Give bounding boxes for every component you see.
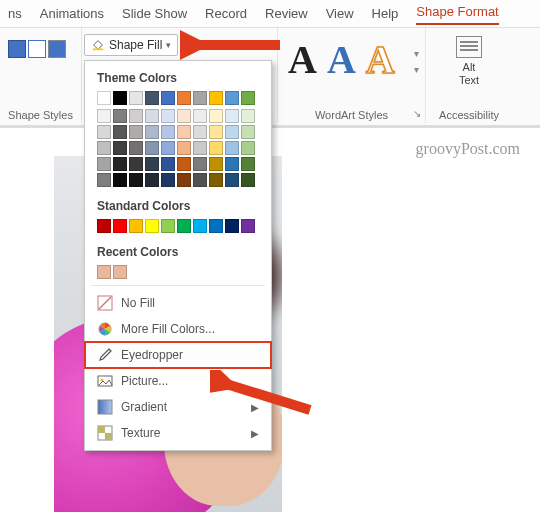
wordart-dialog-launcher-icon[interactable]: ↘ — [411, 108, 422, 119]
color-swatch[interactable] — [177, 125, 191, 139]
color-swatch[interactable] — [177, 219, 191, 233]
tab-truncated[interactable]: ns — [8, 6, 22, 25]
color-swatch[interactable] — [145, 219, 159, 233]
color-swatch[interactable] — [193, 125, 207, 139]
color-swatch[interactable] — [113, 109, 127, 123]
color-swatch[interactable] — [225, 157, 239, 171]
color-swatch[interactable] — [161, 141, 175, 155]
color-swatch[interactable] — [97, 157, 111, 171]
wordart-style-1[interactable]: A — [288, 40, 317, 80]
color-swatch[interactable] — [113, 265, 127, 279]
color-swatch[interactable] — [97, 109, 111, 123]
color-swatch[interactable] — [193, 157, 207, 171]
style-swatch[interactable] — [8, 40, 26, 58]
color-swatch[interactable] — [97, 173, 111, 187]
color-swatch[interactable] — [177, 91, 191, 105]
gradient-icon — [97, 399, 113, 415]
theme-colors-heading: Theme Colors — [85, 69, 271, 91]
tab-animations[interactable]: Animations — [40, 6, 104, 25]
color-swatch[interactable] — [241, 109, 255, 123]
color-swatch[interactable] — [129, 141, 143, 155]
tab-record[interactable]: Record — [205, 6, 247, 25]
tab-review[interactable]: Review — [265, 6, 308, 25]
color-swatch[interactable] — [145, 141, 159, 155]
color-swatch[interactable] — [241, 91, 255, 105]
wordart-style-3[interactable]: A — [366, 40, 395, 80]
color-swatch[interactable] — [241, 125, 255, 139]
tab-view[interactable]: View — [326, 6, 354, 25]
color-swatch[interactable] — [225, 173, 239, 187]
color-swatch[interactable] — [209, 219, 223, 233]
tab-help[interactable]: Help — [372, 6, 399, 25]
color-swatch[interactable] — [177, 173, 191, 187]
color-swatch[interactable] — [145, 173, 159, 187]
alt-text-button[interactable]: Alt Text — [444, 36, 494, 87]
color-swatch[interactable] — [225, 141, 239, 155]
color-swatch[interactable] — [225, 219, 239, 233]
color-swatch[interactable] — [241, 219, 255, 233]
no-fill-item[interactable]: No Fill — [85, 290, 271, 316]
tab-shape-format[interactable]: Shape Format — [416, 4, 498, 25]
color-swatch[interactable] — [113, 125, 127, 139]
color-swatch[interactable] — [113, 141, 127, 155]
color-swatch[interactable] — [177, 109, 191, 123]
more-fill-colors-item[interactable]: More Fill Colors... — [85, 316, 271, 342]
color-swatch[interactable] — [113, 219, 127, 233]
color-swatch[interactable] — [209, 173, 223, 187]
color-swatch[interactable] — [161, 157, 175, 171]
color-swatch[interactable] — [145, 91, 159, 105]
color-swatch[interactable] — [161, 91, 175, 105]
color-swatch[interactable] — [113, 157, 127, 171]
color-swatch[interactable] — [193, 141, 207, 155]
color-swatch[interactable] — [129, 125, 143, 139]
color-swatch[interactable] — [129, 109, 143, 123]
style-swatch[interactable] — [48, 40, 66, 58]
shape-fill-dropdown: Theme Colors Standard Colors Recent Colo… — [84, 60, 272, 451]
color-swatch[interactable] — [161, 125, 175, 139]
eyedropper-item[interactable]: Eyedropper — [85, 342, 271, 368]
color-swatch[interactable] — [177, 141, 191, 155]
color-swatch[interactable] — [161, 109, 175, 123]
color-swatch[interactable] — [209, 157, 223, 171]
style-swatch[interactable] — [28, 40, 46, 58]
color-swatch[interactable] — [97, 141, 111, 155]
color-swatch[interactable] — [241, 173, 255, 187]
color-swatch[interactable] — [145, 125, 159, 139]
color-swatch[interactable] — [193, 109, 207, 123]
color-swatch[interactable] — [209, 91, 223, 105]
color-swatch[interactable] — [193, 219, 207, 233]
color-swatch[interactable] — [193, 91, 207, 105]
standard-colors-heading: Standard Colors — [85, 197, 271, 219]
color-swatch[interactable] — [161, 219, 175, 233]
color-swatch[interactable] — [225, 91, 239, 105]
color-swatch[interactable] — [209, 141, 223, 155]
gradient-item[interactable]: Gradient ▶ — [85, 394, 271, 420]
picture-item[interactable]: Picture... — [85, 368, 271, 394]
color-swatch[interactable] — [225, 125, 239, 139]
color-swatch[interactable] — [209, 109, 223, 123]
color-swatch[interactable] — [145, 157, 159, 171]
color-swatch[interactable] — [129, 219, 143, 233]
color-swatch[interactable] — [97, 125, 111, 139]
color-swatch[interactable] — [241, 141, 255, 155]
color-swatch[interactable] — [209, 125, 223, 139]
color-swatch[interactable] — [129, 157, 143, 171]
color-swatch[interactable] — [177, 157, 191, 171]
color-swatch[interactable] — [161, 173, 175, 187]
texture-icon — [97, 425, 113, 441]
color-swatch[interactable] — [113, 91, 127, 105]
color-swatch[interactable] — [193, 173, 207, 187]
wordart-more-icon[interactable]: ▾▾ — [414, 46, 419, 78]
color-swatch[interactable] — [97, 219, 111, 233]
color-swatch[interactable] — [129, 91, 143, 105]
color-swatch[interactable] — [97, 265, 111, 279]
wordart-style-2[interactable]: A — [327, 40, 356, 80]
color-swatch[interactable] — [225, 109, 239, 123]
color-swatch[interactable] — [145, 109, 159, 123]
color-swatch[interactable] — [241, 157, 255, 171]
color-swatch[interactable] — [97, 91, 111, 105]
texture-item[interactable]: Texture ▶ — [85, 420, 271, 446]
tab-slideshow[interactable]: Slide Show — [122, 6, 187, 25]
color-swatch[interactable] — [129, 173, 143, 187]
color-swatch[interactable] — [113, 173, 127, 187]
